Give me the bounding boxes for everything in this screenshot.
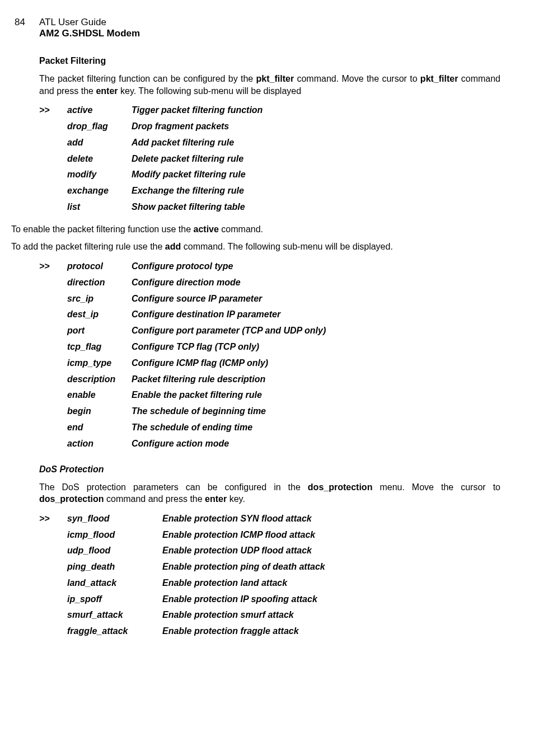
- packet-filtering-enable: To enable the packet filtering function …: [11, 223, 500, 236]
- command-name: syn_flood: [67, 511, 162, 527]
- text: menu. Move the cursor to: [372, 482, 500, 492]
- page-content: Packet Filtering The packet filtering fu…: [39, 56, 500, 640]
- dos-protection-menu: >>syn_floodEnable protection SYN flood a…: [39, 511, 500, 640]
- text: command.: [219, 224, 263, 234]
- document-page: 84 ATL User Guide AM2 G.SHDSL Modem Pack…: [0, 0, 534, 670]
- command-description: The schedule of ending time: [132, 420, 500, 436]
- text: key.: [227, 494, 245, 504]
- text: key. The following sub-menu will be disp…: [118, 86, 302, 96]
- text: command. The following sub-menu will be …: [181, 242, 393, 251]
- command-description: Configure TCP flag (TCP only): [132, 339, 500, 355]
- command-row: endThe schedule of ending time: [39, 420, 500, 436]
- key-name: enter: [205, 494, 227, 504]
- header-titles: ATL User Guide AM2 G.SHDSL Modem: [39, 17, 500, 39]
- command-name: tcp_flag: [67, 339, 132, 355]
- command-prompt: [39, 355, 67, 372]
- command-row: drop_flagDrop fragment packets: [39, 119, 500, 135]
- command-name: delete: [67, 151, 132, 167]
- guide-title: ATL User Guide: [39, 17, 500, 28]
- command-row: enableEnable the packet filtering rule: [39, 387, 500, 403]
- command-name: action: [67, 436, 132, 452]
- command-row: listShow packet filtering table: [39, 199, 500, 215]
- dos-intro: The DoS protection parameters can be con…: [39, 481, 500, 505]
- packet-filtering-menu: >>activeTigger packet filtering function…: [39, 102, 500, 215]
- text: The DoS protection parameters can be con…: [39, 482, 308, 492]
- command-description: Configure source IP parameter: [132, 291, 500, 307]
- text: The packet filtering function can be con…: [39, 74, 256, 83]
- command-prompt: [39, 420, 67, 436]
- command-row: ping_deathEnable protection ping of deat…: [39, 559, 500, 575]
- command-row: deleteDelete packet filtering rule: [39, 151, 500, 167]
- command-prompt: [39, 199, 67, 215]
- command-row: directionConfigure direction mode: [39, 275, 500, 291]
- text: command and press the: [104, 494, 205, 504]
- command-row: icmp_typeConfigure ICMP flag (ICMP only): [39, 355, 500, 372]
- command-prompt: >>: [39, 259, 67, 275]
- command-description: Configure port parameter (TCP and UDP on…: [132, 323, 500, 339]
- command-row: modifyModify packet filtering rule: [39, 167, 500, 183]
- command-description: Enable the packet filtering rule: [132, 387, 500, 403]
- command-description: Modify packet filtering rule: [132, 167, 500, 183]
- modem-title: AM2 G.SHDSL Modem: [39, 28, 500, 39]
- command-name: begin: [67, 403, 132, 420]
- command-prompt: [39, 591, 67, 608]
- command-name: port: [67, 323, 132, 339]
- command-name: smurf_attack: [67, 607, 162, 623]
- page-header: 84 ATL User Guide AM2 G.SHDSL Modem: [11, 17, 500, 39]
- command-prompt: [39, 167, 67, 183]
- command-name: src_ip: [67, 291, 132, 307]
- command-prompt: [39, 607, 67, 623]
- text: command. Move the cursor to: [294, 74, 420, 83]
- command-row: icmp_floodEnable protection ICMP flood a…: [39, 527, 500, 543]
- command-prompt: [39, 623, 67, 640]
- command-description: Enable protection ping of death attack: [162, 559, 500, 575]
- command-description: Enable protection UDP flood attack: [162, 543, 500, 559]
- command-row: actionConfigure action mode: [39, 436, 500, 452]
- command-name: active: [194, 224, 219, 234]
- command-description: Packet filtering rule description: [132, 372, 500, 388]
- command-name: dos_protection: [308, 482, 373, 492]
- command-prompt: [39, 291, 67, 307]
- command-name: modify: [67, 167, 132, 183]
- command-name: icmp_type: [67, 355, 132, 372]
- packet-filtering-add-menu: >>protocolConfigure protocol typedirecti…: [39, 259, 500, 452]
- command-prompt: [39, 575, 67, 591]
- command-row: addAdd packet filtering rule: [39, 135, 500, 151]
- command-name: pkt_filter: [420, 74, 458, 83]
- command-row: tcp_flagConfigure TCP flag (TCP only): [39, 339, 500, 355]
- command-row: dest_ipConfigure destination IP paramete…: [39, 307, 500, 323]
- command-description: Enable protection fraggle attack: [162, 623, 500, 640]
- command-row: land_attackEnable protection land attack: [39, 575, 500, 591]
- command-row: portConfigure port parameter (TCP and UD…: [39, 323, 500, 339]
- section-heading-packet-filtering: Packet Filtering: [39, 56, 500, 66]
- command-row: udp_floodEnable protection UDP flood att…: [39, 543, 500, 559]
- command-name: dest_ip: [67, 307, 132, 323]
- packet-filtering-intro: The packet filtering function can be con…: [39, 73, 500, 97]
- command-description: Tigger packet filtering function: [132, 102, 500, 119]
- command-name: drop_flag: [67, 119, 132, 135]
- command-name: protocol: [67, 259, 132, 275]
- command-prompt: [39, 151, 67, 167]
- command-description: Enable protection SYN flood attack: [162, 511, 500, 527]
- command-name: ip_spoff: [67, 591, 162, 608]
- command-description: Configure protocol type: [132, 259, 500, 275]
- command-description: Configure ICMP flag (ICMP only): [132, 355, 500, 372]
- command-name: icmp_flood: [67, 527, 162, 543]
- command-prompt: [39, 372, 67, 388]
- command-name: exchange: [67, 183, 132, 199]
- command-name: add: [165, 242, 181, 251]
- command-name: fraggle_attack: [67, 623, 162, 640]
- command-name: direction: [67, 275, 132, 291]
- command-row: >>syn_floodEnable protection SYN flood a…: [39, 511, 500, 527]
- command-prompt: [39, 119, 67, 135]
- command-description: Configure destination IP parameter: [132, 307, 500, 323]
- command-description: Enable protection smurf attack: [162, 607, 500, 623]
- command-prompt: [39, 135, 67, 151]
- command-description: Configure direction mode: [132, 275, 500, 291]
- command-prompt: [39, 543, 67, 559]
- command-row: exchangeExchange the filtering rule: [39, 183, 500, 199]
- command-name: list: [67, 199, 132, 215]
- text: To enable the packet filtering function …: [11, 224, 194, 234]
- command-row: smurf_attackEnable protection smurf atta…: [39, 607, 500, 623]
- command-description: Enable protection land attack: [162, 575, 500, 591]
